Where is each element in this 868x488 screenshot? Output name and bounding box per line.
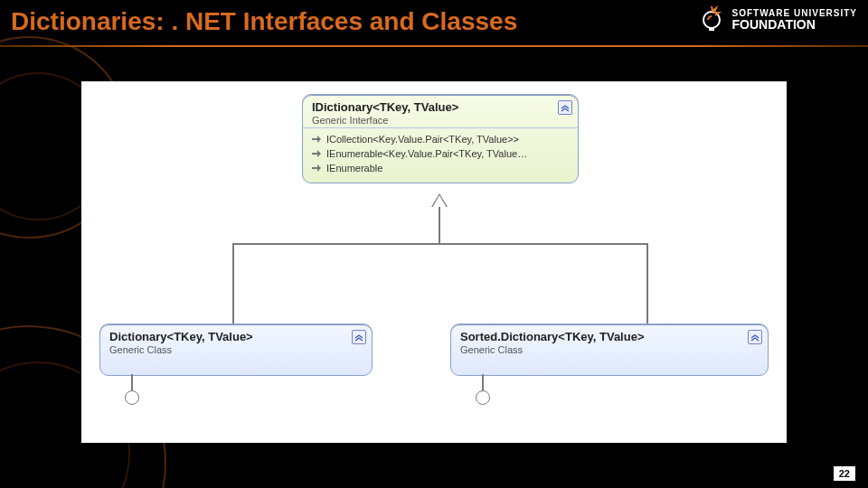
- class-box-left: Dictionary<TKey, TValue> Generic Class: [99, 324, 373, 376]
- lollipop-icon: [476, 390, 490, 405]
- member-arrow-icon: [312, 164, 321, 173]
- member-arrow-icon: [312, 149, 321, 158]
- header-rule: [0, 45, 868, 47]
- connector: [232, 243, 648, 245]
- connector: [439, 207, 440, 243]
- member-arrow-icon: [312, 135, 321, 144]
- brand-line1: SOFTWARE UNIVERSITY: [732, 8, 857, 18]
- collapse-icon[interactable]: [352, 330, 366, 344]
- connector: [482, 374, 484, 390]
- class-right-title: Sorted.Dictionary<TKey, TValue>: [460, 330, 759, 343]
- collapse-icon[interactable]: [558, 100, 572, 115]
- class-left-subtitle: Generic Class: [109, 344, 363, 355]
- connector: [646, 243, 648, 324]
- connector: [131, 374, 133, 390]
- slide-title: Dictionaries: . NET Interfaces and Class…: [11, 7, 517, 36]
- interface-subtitle: Generic Interface: [312, 115, 569, 126]
- interface-member: ICollection<Key.Value.Pair<TKey, TValue>…: [326, 132, 519, 146]
- brand-line2: FOUNDATION: [732, 18, 857, 31]
- page-number: 22: [834, 466, 855, 481]
- interface-box: IDictionary<TKey, TValue> Generic Interf…: [302, 94, 579, 183]
- brand-logo: SOFTWARE UNIVERSITY FOUNDATION: [696, 4, 857, 34]
- interface-member: IEnumerable: [326, 161, 382, 175]
- lightbulb-icon: [696, 4, 727, 34]
- lollipop-icon: [125, 390, 139, 405]
- diagram-canvas: IDictionary<TKey, TValue> Generic Interf…: [81, 81, 787, 443]
- collapse-icon[interactable]: [748, 330, 762, 344]
- interface-title: IDictionary<TKey, TValue>: [312, 100, 569, 114]
- connector: [232, 243, 234, 324]
- interface-members: ICollection<Key.Value.Pair<TKey, TValue>…: [303, 127, 578, 183]
- class-left-title: Dictionary<TKey, TValue>: [109, 330, 363, 343]
- class-right-subtitle: Generic Class: [460, 344, 759, 355]
- inheritance-arrowhead-fill: [432, 195, 447, 208]
- class-box-right: Sorted.Dictionary<TKey, TValue> Generic …: [450, 324, 769, 376]
- interface-member: IEnumerable<Key.Value.Pair<TKey, TValue…: [326, 146, 527, 161]
- slide-header: Dictionaries: . NET Interfaces and Class…: [0, 0, 868, 49]
